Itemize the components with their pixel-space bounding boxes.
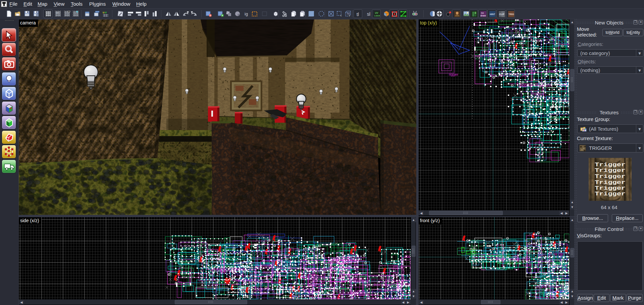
svg-text:UV: UV	[375, 12, 378, 14]
svg-text:TRIG: TRIG	[508, 13, 514, 15]
svg-text:trigger_multiple (32): trigger_multiple (32)	[519, 83, 552, 87]
svg-text:draw: draw	[480, 14, 486, 17]
svg-text:no: no	[481, 12, 484, 14]
svg-text:u: u	[103, 11, 105, 14]
svg-text:LOCK: LOCK	[374, 15, 380, 17]
svg-text:ig: ig	[245, 11, 248, 16]
svg-text:3d: 3d	[56, 11, 59, 14]
svg-text:CLIP: CLIP	[499, 13, 504, 15]
svg-text:Trigger: Trigger	[595, 173, 626, 180]
svg-text:Trigger: Trigger	[595, 191, 626, 197]
svg-text:sl: sl	[367, 11, 370, 17]
svg-text:3d: 3d	[346, 12, 350, 15]
svg-text:v: v	[105, 11, 107, 14]
svg-text:tl: tl	[357, 12, 359, 17]
svg-text:HINT: HINT	[490, 13, 495, 15]
svg-text:Trigger: Trigger	[595, 167, 626, 174]
